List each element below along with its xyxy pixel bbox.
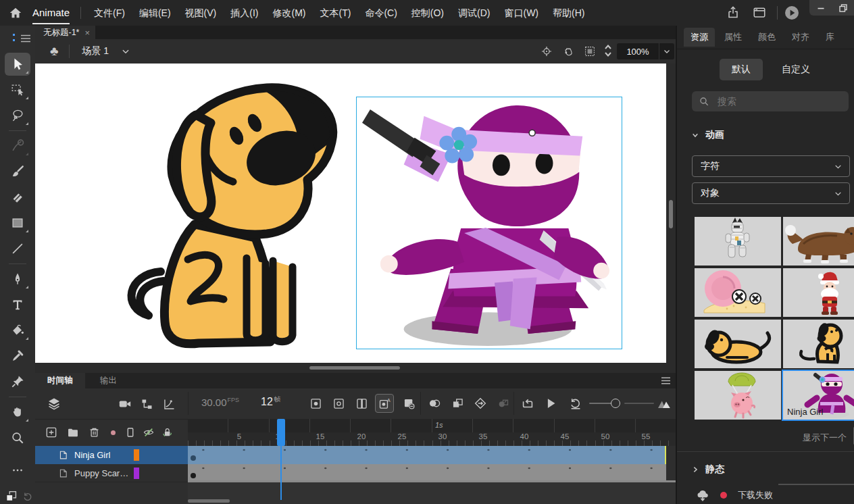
mode-custom-button[interactable]: 自定义 — [779, 59, 813, 80]
clip-content-icon[interactable] — [584, 45, 596, 57]
canvas-vscrollbar[interactable] — [666, 64, 676, 363]
scene-chevron-down-icon[interactable] — [121, 47, 130, 56]
camera-icon[interactable] — [118, 397, 132, 411]
new-layer-button[interactable] — [45, 426, 58, 439]
timeline-hscrollbar-thumb[interactable] — [188, 499, 230, 503]
tab-assets[interactable]: 资源 — [684, 28, 715, 47]
tab-align[interactable]: 对齐 — [785, 28, 816, 47]
menu-control[interactable]: 控制(O) — [408, 0, 447, 26]
menu-text[interactable]: 文本(T) — [316, 0, 354, 26]
frame-span-ninja[interactable] — [188, 446, 666, 465]
tab-output[interactable]: 输出 — [89, 373, 128, 388]
object-dropdown[interactable]: 对象 — [692, 182, 850, 204]
menu-command[interactable]: 命令(C) — [361, 0, 400, 26]
onion-skin-button[interactable] — [426, 395, 443, 412]
insert-blank-keyframe-button[interactable] — [330, 395, 347, 412]
delete-layer-button[interactable] — [88, 426, 101, 439]
mode-default-button[interactable]: 默认 — [720, 59, 763, 80]
loop-playback-button[interactable] — [519, 395, 536, 412]
stage-canvas[interactable] — [35, 64, 666, 363]
frame-size-icon[interactable] — [655, 395, 673, 412]
tab-timeline[interactable]: 时间轴 — [35, 373, 85, 388]
search-input[interactable] — [716, 95, 834, 107]
menu-file[interactable]: 文件(F) — [91, 0, 128, 26]
insert-frame-button[interactable] — [353, 395, 370, 412]
static-section-header[interactable]: 静态 — [692, 463, 724, 476]
layer-row-ninja[interactable]: Ninja Girl — [35, 446, 188, 464]
lasso-tool[interactable] — [5, 104, 30, 127]
selection-tool[interactable] — [5, 53, 30, 76]
character-dropdown[interactable]: 字符 — [692, 155, 850, 177]
play-button[interactable] — [542, 395, 559, 412]
create-tween-button[interactable] — [472, 395, 489, 412]
rectangle-tool[interactable] — [5, 211, 30, 234]
restore-button[interactable] — [838, 3, 848, 13]
menu-modify[interactable]: 修改(M) — [269, 0, 309, 26]
hscrollbar-thumb[interactable] — [309, 366, 400, 370]
test-movie-play-icon[interactable] — [784, 5, 800, 21]
menu-edit[interactable]: 编辑(E) — [136, 0, 174, 26]
asset-thumbnail-snail[interactable] — [695, 268, 781, 317]
asset-thumbnail-ninja-girl[interactable]: Ninja Girl — [783, 371, 854, 420]
frame-picker-button[interactable] — [494, 395, 511, 412]
paint-bucket-tool[interactable] — [5, 319, 30, 342]
rotate-icon[interactable] — [22, 490, 34, 503]
menu-insert[interactable]: 插入(I) — [227, 0, 261, 26]
zoom-stepper[interactable] — [604, 44, 612, 57]
main-scene-icon[interactable]: ♣ — [50, 44, 58, 59]
playhead-line[interactable] — [280, 446, 282, 500]
asset-thumbnail-wolf[interactable] — [783, 217, 854, 266]
minimize-button[interactable] — [816, 3, 826, 13]
timeline-zoom-slider-knob[interactable] — [611, 399, 620, 408]
tab-library[interactable]: 库 — [819, 28, 841, 47]
keyframe-dot[interactable] — [191, 455, 196, 461]
frame-ruler[interactable]: 1s 5 10 15 20 25 30 35 40 45 50 55 — [188, 419, 676, 446]
asset-thumbnail-mummy[interactable] — [695, 217, 781, 266]
tab-color[interactable]: 颜色 — [751, 28, 782, 47]
fluid-brush-tool[interactable] — [5, 134, 30, 157]
share-icon[interactable] — [726, 5, 740, 20]
tab-properties[interactable]: 属性 — [718, 28, 749, 47]
subselection-tool[interactable] — [5, 78, 30, 101]
canvas-hscrollbar[interactable] — [35, 363, 676, 373]
asset-warp-pin-tool[interactable] — [5, 370, 30, 393]
edit-multiple-frames-button[interactable] — [449, 395, 466, 412]
asset-thumbnail-puppy-sitting[interactable] — [783, 320, 854, 368]
frame-span-puppy[interactable] — [188, 464, 666, 482]
close-icon[interactable]: × — [84, 28, 90, 38]
vscrollbar-thumb[interactable] — [669, 200, 673, 228]
fps-field[interactable]: 30.00FPS — [201, 397, 239, 408]
center-stage-icon[interactable] — [541, 45, 553, 57]
zoom-dropdown-button[interactable] — [659, 43, 674, 59]
zoom-tool[interactable] — [5, 426, 30, 449]
keyframe-dot[interactable] — [191, 473, 196, 478]
hide-layers-eye-icon[interactable] — [142, 426, 155, 438]
show-next-link[interactable]: 显示下一个 — [803, 432, 847, 444]
download-cloud-icon[interactable] — [696, 489, 709, 501]
selection-bounding-box[interactable] — [356, 97, 622, 349]
asset-thumbnail-puppy-lying[interactable] — [695, 320, 781, 368]
menu-view[interactable]: 视图(V) — [182, 0, 220, 26]
tools-menu-icon[interactable] — [20, 34, 31, 43]
outline-view-button[interactable] — [124, 426, 136, 438]
insert-keyframe-button[interactable] — [307, 395, 324, 412]
puppy-artwork[interactable] — [108, 68, 343, 357]
layer-depth-icon[interactable] — [46, 396, 62, 412]
asset-thumbnail-santa[interactable] — [783, 268, 854, 317]
timeline-panel-menu-icon[interactable] — [661, 376, 671, 385]
auto-keyframe-button[interactable]: A — [375, 394, 394, 413]
home-icon[interactable] — [8, 5, 23, 20]
search-box[interactable] — [692, 91, 849, 111]
animation-section-header[interactable]: 动画 — [692, 129, 854, 141]
workspace-icon[interactable] — [752, 6, 767, 20]
eraser-tool[interactable] — [5, 186, 30, 209]
zoom-level-field[interactable]: 100% — [617, 43, 659, 59]
remove-frames-button[interactable] — [400, 395, 418, 412]
document-tab[interactable]: 无标题-1* × — [35, 26, 95, 39]
highlight-layer-dot[interactable] — [111, 430, 116, 435]
menu-debug[interactable]: 调试(D) — [455, 0, 493, 26]
eyedropper-tool[interactable] — [5, 345, 30, 368]
app-menu-animate[interactable]: Animate — [32, 0, 70, 26]
more-tools-button[interactable] — [5, 459, 30, 482]
lock-layers-icon[interactable] — [161, 426, 174, 439]
